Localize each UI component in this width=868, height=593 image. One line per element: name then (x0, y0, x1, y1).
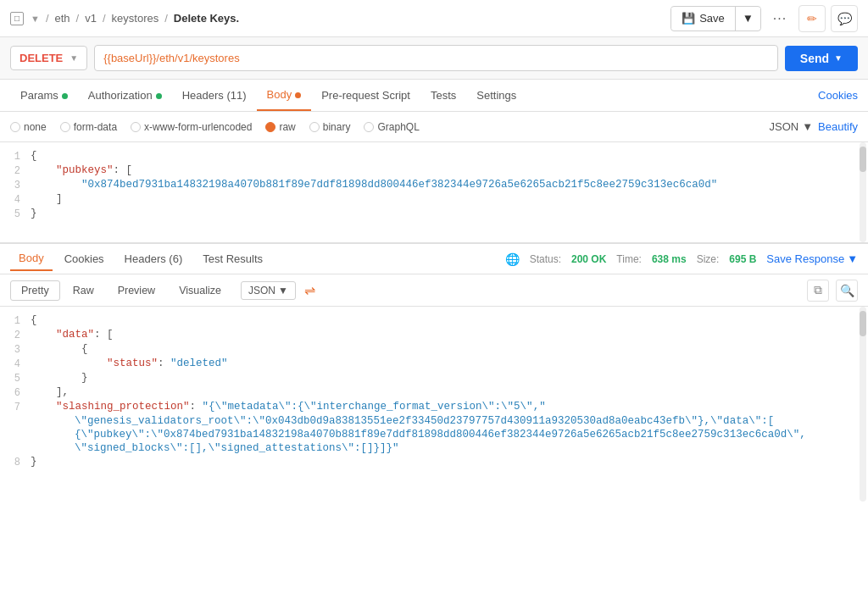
top-bar-actions: 💾 Save ▼ ··· ✏ 💬 (670, 5, 858, 32)
edit-button[interactable]: ✏ (798, 5, 826, 32)
subtab-preview[interactable]: Preview (107, 280, 166, 301)
tab-body[interactable]: Body (257, 80, 312, 111)
save-resp-caret: ▼ (847, 252, 858, 265)
save-response-button[interactable]: Save Response ▼ (766, 252, 858, 265)
radio-binary[interactable]: binary (309, 121, 351, 133)
send-button[interactable]: Send ▼ (785, 46, 858, 71)
resp-tab-test-results[interactable]: Test Results (194, 247, 271, 270)
response-time: 638 ms (652, 253, 687, 265)
method-select[interactable]: DELETE ▼ (10, 46, 87, 70)
req-line-5: 5 } (0, 207, 868, 221)
radio-urlencoded-circle (131, 122, 141, 132)
tab-settings[interactable]: Settings (466, 80, 526, 110)
radio-none[interactable]: none (10, 121, 47, 133)
subtab-pretty[interactable]: Pretty (10, 280, 60, 301)
response-subtabs: Pretty Raw Preview Visualize JSON ▼ ⇌ ⧉ … (0, 274, 868, 307)
radio-form-data[interactable]: form-data (60, 121, 117, 133)
status-value: 200 OK (571, 253, 606, 265)
more-options-button[interactable]: ··· (766, 5, 793, 32)
beautify-button[interactable]: Beautify (818, 120, 858, 133)
resp-line-2: 2 "data": [ (0, 328, 868, 342)
save-dropdown-button[interactable]: ▼ (736, 8, 760, 29)
radio-raw[interactable]: raw (265, 121, 295, 133)
save-btn-group: 💾 Save ▼ (670, 6, 761, 31)
breadcrumb-sep: / (46, 12, 49, 25)
url-input[interactable] (94, 45, 778, 71)
cookies-link[interactable]: Cookies (818, 89, 858, 102)
req-line-4: 4 ] (0, 192, 868, 207)
body-dot (295, 92, 301, 98)
resp-line-8: 8 } (0, 455, 868, 469)
tab-headers[interactable]: Headers (11) (172, 80, 257, 110)
url-bar: DELETE ▼ Send ▼ (0, 37, 868, 80)
radio-none-circle (10, 122, 20, 132)
format-controls: JSON ▼ Beautify (769, 120, 858, 133)
resp-line-7: 7 "slashing_protection": "{\"metadata\":… (0, 400, 868, 414)
response-size: 695 B (729, 253, 756, 265)
req-line-1: 1 { (0, 149, 868, 163)
radio-raw-circle (265, 122, 275, 132)
tab-tests[interactable]: Tests (420, 80, 466, 110)
request-tabs: Params Authorization Headers (11) Body P… (0, 80, 868, 112)
resp-line-5: 5 } (0, 371, 868, 385)
response-header: Body Cookies Headers (6) Test Results 🌐 … (0, 244, 868, 274)
resp-line-4: 4 "status": "deleted" (0, 357, 868, 371)
breadcrumb-keystores: keystores (112, 12, 159, 25)
format-caret: ▼ (802, 120, 813, 133)
response-scrollbar-thumb (860, 311, 866, 336)
request-title: Delete Keys. (174, 12, 239, 25)
resp-line-7c: {\"pubkey\":\"0x874bed7931ba14832198a407… (0, 428, 868, 441)
breadcrumb-arrow: ▼ (31, 14, 40, 24)
copy-button[interactable]: ⧉ (807, 280, 829, 302)
radio-graphql-circle (364, 122, 374, 132)
resp-line-7b: \"genesis_validators_root\":\"0x043db0d9… (0, 414, 868, 428)
format-select[interactable]: JSON ▼ (769, 120, 813, 133)
breadcrumb: □ ▼ / eth / v1 / keystores / Delete Keys… (10, 12, 670, 25)
comment-button[interactable]: 💬 (831, 5, 858, 32)
subtab-raw[interactable]: Raw (62, 280, 105, 301)
resp-tab-headers[interactable]: Headers (6) (116, 247, 192, 270)
req-line-2: 2 "pubkeys": [ (0, 163, 868, 178)
response-scrollbar[interactable] (860, 307, 866, 502)
breadcrumb-eth: eth (55, 12, 70, 25)
tab-params[interactable]: Params (10, 80, 78, 110)
resp-format-caret: ▼ (278, 285, 288, 296)
tab-pre-request[interactable]: Pre-request Script (311, 80, 420, 110)
body-type-bar: none form-data x-www-form-urlencoded raw… (0, 112, 868, 142)
response-format-select[interactable]: JSON ▼ (241, 281, 296, 300)
save-icon: 💾 (682, 12, 695, 25)
radio-formdata-circle (60, 122, 70, 132)
response-actions: ⧉ 🔍 (807, 280, 858, 302)
resp-line-7d: \"signed_blocks\":[],\"signed_attestatio… (0, 441, 868, 455)
file-icon: □ (10, 12, 24, 25)
editor-scrollbar[interactable] (860, 142, 866, 242)
top-bar: □ ▼ / eth / v1 / keystores / Delete Keys… (0, 0, 868, 37)
breadcrumb-v1: v1 (85, 12, 97, 25)
response-body: 1 { 2 "data": [ 3 { 4 "status": "deleted… (0, 307, 868, 502)
save-button[interactable]: 💾 Save (671, 8, 735, 29)
send-caret: ▼ (834, 53, 843, 63)
search-button[interactable]: 🔍 (836, 280, 858, 302)
resp-line-1: 1 { (0, 313, 868, 328)
resp-line-6: 6 ], (0, 385, 868, 400)
method-caret: ▼ (70, 53, 78, 63)
tab-list: Params Authorization Headers (11) Body P… (10, 80, 818, 111)
resp-format-label: JSON (248, 285, 275, 296)
resp-tab-body[interactable]: Body (10, 247, 53, 271)
globe-icon: 🌐 (505, 252, 520, 266)
resp-tab-cookies[interactable]: Cookies (56, 247, 113, 270)
radio-graphql[interactable]: GraphQL (364, 121, 419, 133)
params-dot (62, 93, 68, 99)
tab-authorization[interactable]: Authorization (78, 80, 172, 110)
editor-scrollbar-thumb (860, 147, 866, 172)
radio-urlencoded[interactable]: x-www-form-urlencoded (131, 121, 252, 133)
radio-binary-circle (309, 122, 320, 132)
filter-icon[interactable]: ⇌ (304, 282, 315, 298)
response-status: 🌐 Status: 200 OK Time: 638 ms Size: 695 … (505, 252, 858, 266)
request-body-editor[interactable]: 1 { 2 "pubkeys": [ 3 "0x874bed7931ba1483… (0, 142, 868, 244)
auth-dot (156, 93, 162, 99)
req-line-3: 3 "0x874bed7931ba14832198a4070b881f89e7d… (0, 178, 868, 192)
method-label: DELETE (19, 52, 63, 64)
resp-line-3: 3 { (0, 342, 868, 357)
subtab-visualize[interactable]: Visualize (168, 280, 232, 301)
